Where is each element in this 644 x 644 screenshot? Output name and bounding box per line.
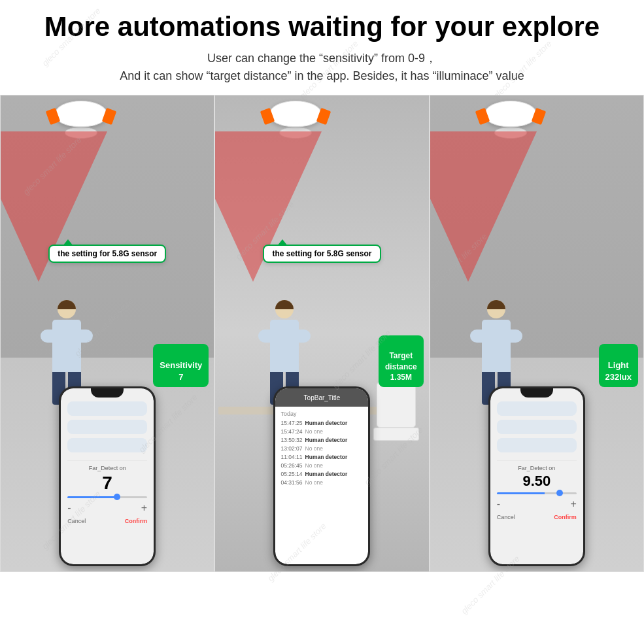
chair-back [377,382,416,428]
person2-arms [258,330,311,343]
far-detect-label: Far_Detect on [67,465,147,471]
plus-btn-3[interactable]: + [570,498,576,510]
panel2-phone: TopBar_Title Today 15:47:25 Human detect… [273,386,370,566]
main-title: More automations waiting for your explor… [13,12,631,42]
header-section: More automations waiting for your explor… [0,0,644,92]
screen-row2 [67,420,147,434]
person3-body [482,320,511,372]
minus-btn[interactable]: - [67,502,71,514]
confirm-btn[interactable]: Confirm [125,518,148,524]
log-today-label: Today [280,411,363,417]
screen-buttons: Cancel Confirm [67,518,147,524]
sensor-body [55,101,107,127]
screen-row3-1 [497,401,577,416]
plus-btn[interactable]: + [141,502,147,514]
panel3-badge: Light232lux [599,344,638,388]
screen-row3-2 [497,420,577,434]
log-entry-3: 13:50:32 Human detector [280,437,363,443]
minus-btn-3[interactable]: - [497,498,500,510]
log-entry-2: 15:47:24 No one [280,428,363,435]
log-entry-4: 13:02:07 No one [280,445,363,452]
screen-row3-3 [497,438,577,452]
panel2-tooltip: the setting for 5.8G sensor [263,245,381,263]
phone-notch [91,388,124,398]
person2-head [275,300,294,318]
panel1-phone: Far_Detect on 7 - + Cancel Confirm [59,386,156,566]
panel1-tooltip: the setting for 5.8G sensor [48,245,166,263]
screen-divider-3 [497,460,577,461]
sensor-body-2 [269,101,322,127]
person-arms [41,330,93,343]
panel3-radar-beam [430,131,537,282]
phone-notch-3 [520,388,553,398]
far-detect-label-3: Far_Detect on [497,465,577,471]
panel3-phone: Far_Detect on 9.50 - + Cancel Confirm [488,386,585,566]
screen-divider [67,460,147,461]
screen-row3 [67,438,147,452]
subtitle: User can change the “sensitivity” from 0… [13,50,631,85]
plus-minus-3: - + [497,498,577,510]
panel1-phone-screen: Far_Detect on 7 - + Cancel Confirm [61,388,154,564]
panel2-badge: Targetdistance1.35M [379,335,424,387]
log-entry-5: 11:04:11 Human detector [280,454,363,460]
panel-2: the setting for 5.8G sensor Targetdistan… [214,95,429,572]
screen-row1 [67,401,147,416]
screen-slider-3[interactable] [497,492,577,494]
slider-thumb [114,494,120,500]
person3-hair [487,300,505,309]
panel-1: the setting for 5.8G sensor Sensitivity7… [0,95,214,572]
cancel-btn-3[interactable]: Cancel [497,514,515,520]
log-entry-1: 15:47:25 Human detector [280,420,363,426]
panels-container: the setting for 5.8G sensor Sensitivity7… [0,95,644,572]
topbar-title: TopBar_Title [304,394,341,401]
subtitle-line1: User can change the “sensitivity” from 0… [13,50,631,67]
slider-thumb-3 [556,490,563,496]
person-head [58,300,76,318]
log-entry-7: 05:25:14 Human detector [280,471,363,477]
person-hair [58,300,76,309]
confirm-btn-3[interactable]: Confirm [554,514,577,520]
person3-head [487,300,505,318]
panel-3: Light232lux Far_Detect on 9.50 [430,95,644,572]
screen-slider[interactable] [67,496,147,498]
far-detect-value-3: 9.50 [497,473,577,490]
panel1-badge: Sensitivity7 [153,344,209,388]
person2-hair [275,300,294,309]
page-wrapper: gleco smart life store gleco smart life … [0,0,644,644]
panel3-phone-screen: Far_Detect on 9.50 - + Cancel Confirm [490,388,583,564]
person3-arms [470,330,522,343]
chair-seat [373,428,419,441]
subtitle-line2: And it can show “target distance” in the… [13,67,631,85]
cancel-btn[interactable]: Cancel [67,518,86,524]
sensor-body-3 [484,101,537,127]
log-entry-8: 04:31:56 No one [280,479,363,486]
person-body [52,320,81,372]
log-entry-6: 05:26:45 No one [280,462,363,469]
screen-buttons-3: Cancel Confirm [497,514,577,520]
log-screen: Today 15:47:25 Human detector 15:47:24 N… [275,407,368,564]
far-detect-value: 7 [67,473,147,494]
plus-minus: - + [67,502,147,514]
panel2-phone-screen: TopBar_Title Today 15:47:25 Human detect… [275,388,368,564]
